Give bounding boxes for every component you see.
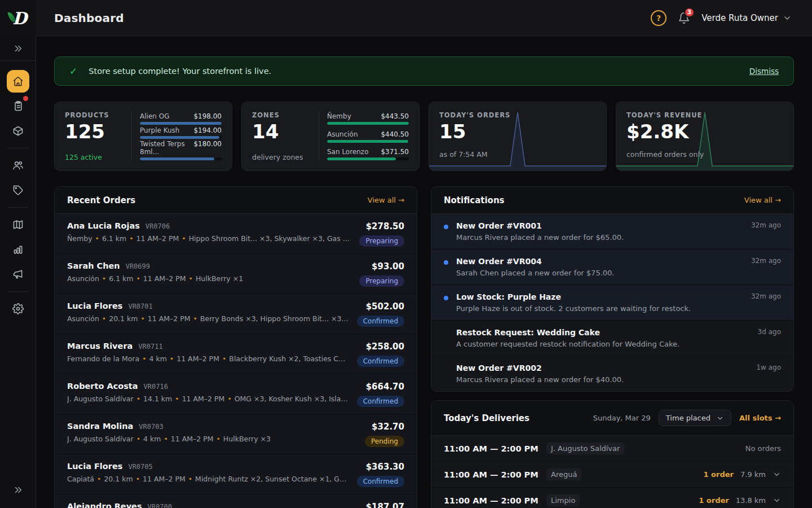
sort-label: Time placed xyxy=(666,414,710,422)
unread-dot xyxy=(444,367,448,371)
page-title: Dashboard xyxy=(54,11,124,25)
recent-orders-panel: Recent Orders View all → Ana Lucia Rojas… xyxy=(54,186,417,508)
zone-revenue: $443.50 xyxy=(381,112,409,120)
list-item: Ñemby$443.50 xyxy=(327,112,409,125)
notification-item[interactable]: New Order #VR001 Marcus Rivera placed a … xyxy=(431,214,793,249)
view-all-orders-link[interactable]: View all → xyxy=(368,196,404,204)
sort-dropdown[interactable]: Time placed xyxy=(659,410,731,426)
sidebar-collapse-button[interactable] xyxy=(0,478,36,502)
orders-label: TODAY'S ORDERS xyxy=(439,111,596,119)
zone-revenue: $371.50 xyxy=(381,148,409,156)
sidebar-item-products[interactable] xyxy=(7,120,29,142)
card-divider xyxy=(319,111,319,161)
progress-fill xyxy=(327,122,409,125)
user-menu[interactable]: Verde Ruta Owner xyxy=(701,13,792,23)
help-icon[interactable]: ? xyxy=(651,10,667,26)
slot-order-count: 1 order xyxy=(704,470,734,479)
products-card[interactable]: PRODUCTS 125 125 active Alien OG$198.00 … xyxy=(54,102,232,171)
sidebar-item-orders[interactable] xyxy=(7,95,29,117)
megaphone-icon xyxy=(12,269,24,280)
dismiss-link[interactable]: Dismiss xyxy=(749,67,779,76)
sidebar-item-analytics[interactable] xyxy=(7,238,29,261)
status-badge: Confirmed xyxy=(357,316,404,327)
sidebar-item-customers[interactable] xyxy=(7,154,29,177)
sidebar-divider xyxy=(8,148,28,148)
notification-title: Low Stock: Purple Haze xyxy=(456,292,743,301)
sidebar-item-zones[interactable] xyxy=(7,213,29,236)
status-badge: Preparing xyxy=(359,235,404,247)
deliveries-header: Today's Deliveries Sunday, Mar 29 Time p… xyxy=(431,401,793,436)
customer-name: Ana Lucia Rojas xyxy=(67,221,140,230)
order-meta: J. Augusto Saldívar14.1 km11 AM–2 PMOMG … xyxy=(67,395,349,403)
order-code: VR0699 xyxy=(126,262,150,270)
order-row[interactable]: Sandra MolinaVR0703 J. Augusto Saldívar4… xyxy=(55,414,417,454)
zones-card[interactable]: ZONES 14 delivery zones Ñemby$443.50 Asu… xyxy=(241,102,420,171)
order-row[interactable]: Sarah ChenVR0699 Asunción6.1 km11 AM–2 P… xyxy=(55,254,417,294)
order-row[interactable]: Ana Lucia RojasVR0706 Ñemby6.1 km11 AM–2… xyxy=(55,214,417,254)
customer-name: Sandra Molina xyxy=(67,422,133,431)
progress-fill xyxy=(327,140,408,143)
notification-item[interactable]: Restock Request: Wedding Cake A customer… xyxy=(431,321,793,356)
order-price: $278.50 xyxy=(366,221,404,231)
status-badge: Confirmed xyxy=(357,356,404,367)
all-slots-link[interactable]: All slots → xyxy=(739,414,781,422)
slot-time: 11:00 AM — 2:00 PM xyxy=(444,470,546,479)
todays-revenue-card[interactable]: TODAY'S REVENUE $2.8K confirmed orders o… xyxy=(616,102,794,171)
sidebar-item-marketing[interactable] xyxy=(7,263,29,286)
progress-track xyxy=(140,122,222,125)
list-item: Purple Kush$194.00 xyxy=(140,126,222,139)
chevron-down-icon[interactable] xyxy=(773,496,781,505)
order-row[interactable]: Marcus RiveraVR0711 Fernando de la Mora4… xyxy=(55,334,417,374)
notification-item[interactable]: New Order #VR004 Sarah Chen placed a new… xyxy=(431,249,793,285)
order-row[interactable]: Roberto AcostaVR0716 J. Augusto Saldívar… xyxy=(55,374,417,414)
progress-fill xyxy=(327,157,396,160)
order-row[interactable]: Alejandro ReyesVR0700 $187.07 xyxy=(55,494,417,508)
order-code: VR0716 xyxy=(144,383,168,391)
list-item: Twisted Terps 8ml...$180.00 xyxy=(140,140,222,160)
order-row[interactable]: Lucia FloresVR0705 Capiatá20.1 km11 AM–2… xyxy=(55,454,417,494)
panel-title: Today's Deliveries xyxy=(444,413,529,423)
progress-track xyxy=(327,140,409,143)
notification-time: 3d ago xyxy=(758,328,781,348)
double-chevron-right-icon xyxy=(13,43,23,54)
chevron-down-icon[interactable] xyxy=(773,470,781,479)
slot-time: 11:00 AM — 2:00 PM xyxy=(444,496,546,505)
recent-orders-header: Recent Orders View all → xyxy=(55,187,417,214)
product-price: $194.00 xyxy=(193,126,222,134)
revenue-label: TODAY'S REVENUE xyxy=(626,111,783,119)
sidebar-expand-button[interactable] xyxy=(0,36,36,61)
list-item: Asunción$440.50 xyxy=(327,130,409,143)
todays-orders-card[interactable]: TODAY'S ORDERS 15 as of 7:54 AM xyxy=(429,102,607,171)
chevron-down-icon xyxy=(783,14,792,23)
notification-desc: Purple Haze is out of stock. 2 customers… xyxy=(456,304,743,313)
revenue-sub: confirmed orders only xyxy=(626,150,783,159)
view-all-notifications-link[interactable]: View all → xyxy=(744,196,781,204)
app-logo[interactable]: D xyxy=(8,8,28,28)
product-price: $198.00 xyxy=(193,112,222,120)
slot-zone: Limpio xyxy=(546,494,580,506)
sidebar-item-dashboard[interactable] xyxy=(7,70,29,93)
progress-track xyxy=(140,136,222,139)
notification-title: New Order #VR004 xyxy=(456,257,743,266)
notifications-bell-button[interactable]: 3 xyxy=(678,12,690,24)
customer-name: Roberto Acosta xyxy=(67,382,138,391)
notification-item[interactable]: Low Stock: Purple Haze Purple Haze is ou… xyxy=(431,285,793,321)
dashboard-panels: Recent Orders View all → Ana Lucia Rojas… xyxy=(54,186,794,508)
revenue-value: $2.8K xyxy=(626,121,783,142)
product-name: Alien OG xyxy=(140,112,169,120)
delivery-slot-row[interactable]: 11:00 AM — 2:00 PM Limpio 1 order 13.8 k… xyxy=(431,488,793,508)
orders-value: 15 xyxy=(439,121,596,142)
sidebar-item-promotions[interactable] xyxy=(7,179,29,202)
notification-item[interactable]: New Order #VR002 Marcus Rivera placed a … xyxy=(431,356,793,391)
topbar-actions: ? 3 Verde Ruta Owner xyxy=(651,10,812,26)
notification-title: New Order #VR002 xyxy=(456,364,748,373)
top-products-list: Alien OG$198.00 Purple Kush$194.00 Twist… xyxy=(140,111,222,161)
delivery-slot-row[interactable]: 11:00 AM — 2:00 PM J. Augusto Saldívar N… xyxy=(431,436,793,462)
zone-name: San Lorenzo xyxy=(327,148,369,156)
sidebar-item-settings[interactable] xyxy=(7,297,29,320)
order-price: $502.00 xyxy=(366,301,404,312)
delivery-slot-row[interactable]: 11:00 AM — 2:00 PM Areguá 1 order 7.9 km xyxy=(431,462,793,488)
order-row[interactable]: Lucia FloresVR0701 Asunción20.1 km11 AM–… xyxy=(55,294,417,334)
slot-time: 11:00 AM — 2:00 PM xyxy=(444,444,546,453)
logo-letter: D xyxy=(12,8,27,28)
